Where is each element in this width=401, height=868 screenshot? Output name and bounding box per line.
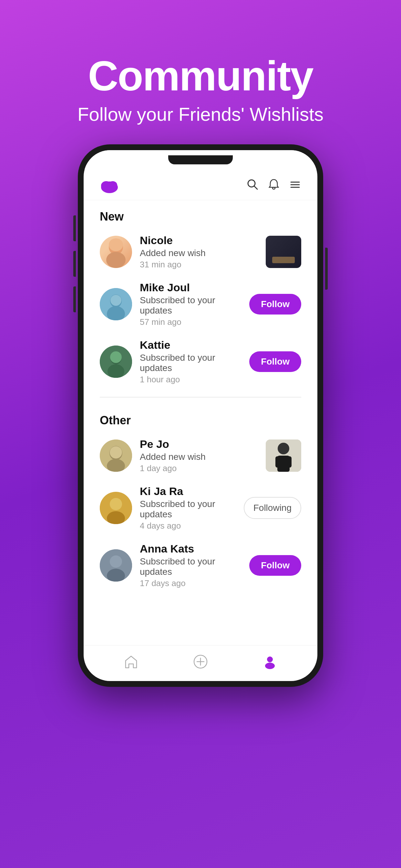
nav-add[interactable] [191,652,210,671]
notif-action-nicole: Added new wish [140,248,258,258]
notif-time-anna: 17 days ago [140,578,242,588]
nav-profile[interactable] [260,652,280,671]
avatar-anna [100,549,132,582]
svg-point-19 [107,364,124,378]
avatar-kijara [100,492,132,524]
following-button-kijara[interactable]: Following [244,497,301,519]
svg-point-33 [110,555,122,568]
svg-rect-27 [275,456,281,468]
home-icon [121,652,141,671]
notif-action-anna: Subscribed to your updates [140,556,242,577]
svg-line-4 [254,186,257,189]
phone-screen: New Nicole Added new wish 31 min ago [84,150,317,681]
notif-action-kattie: Subscribed to your updates [140,352,242,373]
notif-time-nicole: 31 min ago [140,259,258,270]
avatar-nicole [100,236,132,268]
thumb-pejo [266,439,301,472]
notif-text-pejo: Pe Jo Added new wish 1 day ago [140,438,258,473]
hero-section: Community Follow your Friends' Wishlists [78,0,323,125]
phone-notch [84,150,317,169]
svg-point-39 [265,662,275,669]
notif-text-kattie: Kattie Subscribed to your updates 1 hour… [140,339,242,384]
section-divider [100,397,301,398]
notch-bar [168,155,233,164]
notif-time-kijara: 4 days ago [140,521,236,531]
notif-text-mike: Mike Joul Subscribed to your updates 57 … [140,281,242,327]
notif-action-pejo: Added new wish [140,452,258,462]
nav-home[interactable] [121,652,141,671]
notif-action-mike: Subscribed to your updates [140,295,242,316]
notif-name-anna: Anna Kats [140,542,242,555]
phone-btn-power [325,248,328,290]
notif-text-kijara: Ki Ja Ra Subscribed to your updates 4 da… [140,485,236,531]
follow-button-kattie[interactable]: Follow [249,351,301,372]
section-new-label: New [84,200,317,228]
svg-point-10 [106,252,126,268]
notif-time-pejo: 1 day ago [140,463,258,473]
notif-time-mike: 57 min ago [140,317,242,327]
follow-button-anna[interactable]: Follow [249,555,301,576]
app-logo [100,176,119,195]
notif-name-pejo: Pe Jo [140,438,258,451]
svg-point-38 [267,656,273,662]
search-icon[interactable] [246,178,258,193]
svg-rect-28 [286,456,291,468]
hero-subtitle: Follow your Friends' Wishlists [78,103,323,125]
avatar-pejo [100,439,132,472]
notif-time-kattie: 1 hour ago [140,375,242,384]
notif-action-kijara: Subscribed to your updates [140,499,236,520]
phone-btn-silent [73,286,76,312]
bell-icon[interactable] [268,178,280,193]
content-area: New Nicole Added new wish 31 min ago [84,200,317,645]
phone-shell: New Nicole Added new wish 31 min ago [78,144,323,687]
hero-title: Community [78,52,323,100]
header-icons [246,178,301,193]
section-other: Other Pe Jo Added new wish [84,404,317,594]
notif-item-nicole: Nicole Added new wish 31 min ago [84,228,317,275]
menu-icon[interactable] [289,178,301,193]
notif-text-nicole: Nicole Added new wish 31 min ago [140,234,258,270]
svg-point-30 [110,498,122,510]
app-header [84,169,317,200]
svg-point-5 [273,187,275,189]
phone-btn-volume-up [73,215,76,241]
svg-point-15 [111,295,121,306]
avatar-mike [100,288,132,320]
section-other-label: Other [84,404,317,432]
add-icon [191,652,210,671]
thumb-nicole [266,236,301,268]
svg-point-11 [109,238,123,251]
notif-item-kijara: Ki Ja Ra Subscribed to your updates 4 da… [84,479,317,537]
notif-name-kijara: Ki Ja Ra [140,485,236,498]
phone-btn-volume-down [73,251,76,277]
notif-text-anna: Anna Kats Subscribed to your updates 17 … [140,542,242,588]
notif-item-anna: Anna Kats Subscribed to your updates 17 … [84,537,317,594]
notif-item-kattie: Kattie Subscribed to your updates 1 hour… [84,333,317,391]
notif-name-nicole: Nicole [140,234,258,247]
notif-item-pejo: Pe Jo Added new wish 1 day ago [84,432,317,479]
follow-button-mike[interactable]: Follow [249,294,301,314]
section-new: New Nicole Added new wish 31 min ago [84,200,317,391]
svg-point-25 [278,443,289,454]
profile-icon [260,652,280,671]
notif-name-kattie: Kattie [140,339,242,351]
svg-point-22 [110,446,122,459]
notif-item-mike: Mike Joul Subscribed to your updates 57 … [84,275,317,333]
svg-point-2 [108,181,117,189]
avatar-kattie [100,345,132,378]
notif-name-mike: Mike Joul [140,281,242,294]
bottom-nav [84,645,317,681]
svg-point-18 [110,351,122,363]
